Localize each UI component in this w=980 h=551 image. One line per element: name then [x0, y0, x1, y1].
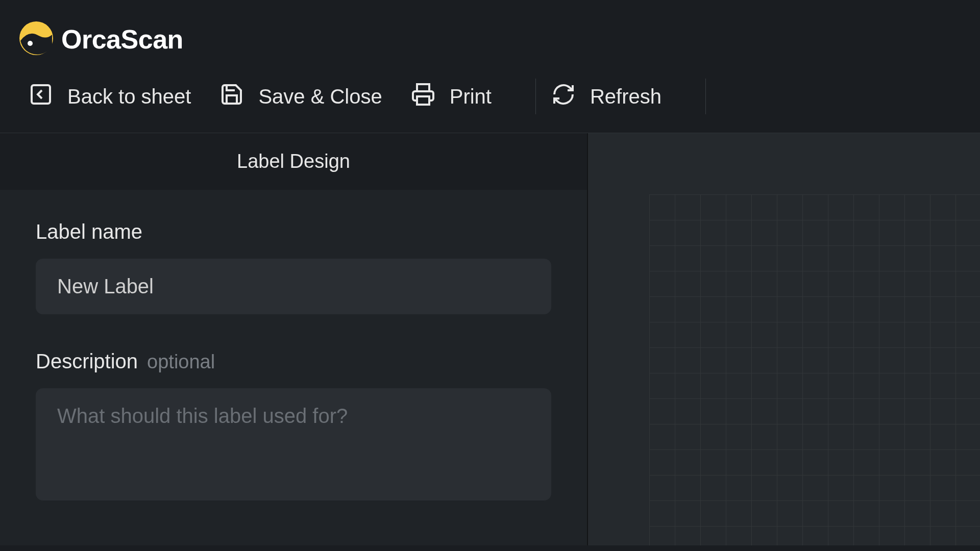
refresh-label: Refresh: [590, 85, 662, 108]
print-icon: [411, 82, 435, 111]
content-area: Label Design Label name Description opti…: [0, 133, 980, 545]
svg-point-1: [28, 41, 33, 46]
canvas-grid: [649, 194, 980, 545]
toolbar-separator: [705, 79, 706, 114]
svg-rect-2: [32, 85, 50, 104]
print-button[interactable]: Print: [411, 82, 520, 111]
description-label: Description: [36, 350, 138, 373]
back-label: Back to sheet: [67, 85, 191, 108]
label-name-input[interactable]: [36, 259, 551, 314]
brand-logo: OrcaScan: [18, 20, 183, 58]
panel-title: Label Design: [0, 133, 587, 190]
back-icon: [29, 82, 53, 111]
label-name-label: Label name: [36, 220, 551, 243]
save-icon: [219, 82, 244, 111]
label-canvas[interactable]: [588, 133, 980, 545]
form-area: Label name Description optional: [0, 190, 587, 551]
description-group: Description optional: [36, 350, 551, 503]
label-name-group: Label name: [36, 220, 551, 314]
print-label: Print: [450, 85, 492, 108]
design-sidebar: Label Design Label name Description opti…: [0, 133, 588, 545]
app-header: OrcaScan: [0, 0, 980, 68]
refresh-icon: [551, 82, 576, 111]
orca-logo-icon: [18, 20, 54, 58]
svg-rect-3: [417, 96, 429, 105]
toolbar-separator: [535, 79, 536, 114]
optional-tag: optional: [147, 351, 215, 373]
brand-name: OrcaScan: [61, 24, 183, 55]
save-label: Save & Close: [258, 85, 382, 108]
save-close-button[interactable]: Save & Close: [219, 82, 410, 111]
refresh-button[interactable]: Refresh: [551, 82, 690, 111]
toolbar: Back to sheet Save & Close Print Refresh: [0, 68, 980, 133]
description-input[interactable]: [36, 388, 551, 500]
description-label-row: Description optional: [36, 350, 551, 373]
back-to-sheet-button[interactable]: Back to sheet: [29, 82, 219, 111]
